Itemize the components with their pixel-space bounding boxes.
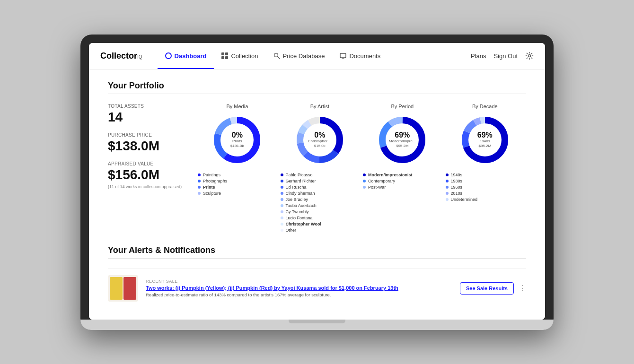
- more-options-icon[interactable]: ⋮: [519, 285, 526, 292]
- alerts-section: Your Alerts & Notifications Recent sale …: [108, 245, 526, 308]
- legend-dot: [281, 180, 283, 182]
- legend-item: 2010s: [446, 191, 524, 196]
- art-block-yellow: [110, 277, 123, 300]
- legend-dot: [198, 180, 201, 182]
- settings-icon[interactable]: [525, 52, 534, 60]
- legend-dot: [281, 217, 283, 219]
- chart-by-period: By Period 69% Modern/I: [361, 104, 443, 234]
- legend-media: Paintings Photographs Prints: [196, 173, 278, 197]
- legend-item: Cy Twombly: [281, 209, 359, 214]
- legend-item: Lucio Fontana: [281, 216, 359, 220]
- legend-item: Cindy Sherman: [281, 191, 359, 196]
- alert-thumbnail: [108, 275, 138, 302]
- alert-card: Recent sale Two works: (i) Pumpkin (Yell…: [108, 268, 526, 308]
- plans-link[interactable]: Plans: [471, 52, 486, 60]
- nav-price-database-label: Price Database: [283, 52, 325, 60]
- legend-dot: [446, 192, 449, 195]
- legend-dot: [281, 229, 283, 232]
- legend-dot: [363, 180, 366, 182]
- nav-dashboard[interactable]: Dashboard: [158, 43, 214, 69]
- legend-item: Modern/Impressionist: [363, 173, 441, 177]
- svg-rect-2: [340, 53, 346, 58]
- portfolio-divider: [108, 94, 526, 94]
- chart-decade-title: By Decade: [472, 104, 498, 109]
- purchase-price-value: $138.0M: [108, 139, 182, 154]
- legend-item: 1940s: [446, 173, 524, 177]
- alerts-divider: [108, 258, 526, 259]
- portfolio-grid: Total Assets 14 Purchase Price $138.0M A…: [108, 104, 526, 234]
- donut-decade-center: 69% 1940s $95.2M: [477, 131, 493, 148]
- legend-dot: [363, 186, 366, 189]
- legend-dot: [198, 186, 201, 189]
- chart-by-decade: By Decade: [444, 104, 526, 234]
- alert-content: Recent sale Two works: (i) Pumpkin (Yell…: [146, 279, 452, 297]
- legend-decade: 1940s 1980s 1960s: [444, 173, 526, 203]
- donut-period-center: 69% Modern/Impre... $95.2M: [389, 131, 415, 148]
- legend-item: Pablo Picasso: [281, 173, 359, 177]
- logo-text: Collector: [100, 51, 137, 61]
- art-block-red: [123, 277, 136, 300]
- legend-dot: [198, 192, 201, 195]
- monitor-icon: [340, 53, 346, 59]
- total-assets-value: 14: [108, 110, 182, 125]
- alerts-title: Your Alerts & Notifications: [108, 245, 526, 255]
- svg-point-4: [528, 55, 531, 57]
- legend-item: Photographs: [198, 179, 276, 183]
- legend-dot: [281, 186, 283, 189]
- donut-media: 0% Prints $191.0k: [211, 114, 263, 166]
- sign-out-link[interactable]: Sign Out: [493, 52, 518, 60]
- alert-artwork: [108, 275, 138, 302]
- legend-item: Gerhard Richter: [281, 179, 359, 183]
- legend-item: Ed Ruscha: [281, 185, 359, 190]
- legend-dot: [281, 192, 283, 195]
- alert-tag: Recent sale: [146, 279, 452, 284]
- app-logo: CollectorIQ: [100, 51, 142, 61]
- legend-dot: [363, 173, 366, 176]
- portfolio-title: Your Portfolio: [108, 81, 526, 91]
- donut-media-center: 0% Prints $191.0k: [230, 131, 244, 148]
- appraised-value-value: $156.0M: [108, 167, 182, 182]
- chart-media-title: By Media: [226, 104, 248, 109]
- legend-item: 1960s: [446, 185, 524, 190]
- nav-dashboard-label: Dashboard: [175, 52, 207, 60]
- chart-by-artist: By Artist: [279, 104, 361, 234]
- legend-item: 1980s: [446, 179, 524, 183]
- alert-title-link[interactable]: Two works: (i) Pumpkin (Yellow); (ii) Pu…: [146, 285, 452, 291]
- alert-description: Realized price-to-estimate ratio of 143%…: [146, 292, 452, 297]
- legend-dot: [446, 198, 449, 201]
- logo-super: IQ: [137, 54, 142, 60]
- laptop-base: [80, 320, 554, 330]
- donut-decade: 69% 1940s $95.2M: [459, 114, 511, 166]
- nav-price-database[interactable]: Price Database: [266, 43, 333, 69]
- chart-artist-title: By Artist: [310, 104, 329, 109]
- legend-dot: [281, 173, 283, 176]
- portfolio-section: Your Portfolio Total Assets 14 Purchase …: [108, 81, 526, 234]
- chart-period-title: By Period: [391, 104, 414, 109]
- legend-dot: [446, 180, 449, 182]
- legend-dot: [198, 173, 201, 176]
- nav-documents-label: Documents: [349, 52, 380, 60]
- legend-item: Joe Bradley: [281, 197, 359, 202]
- chart-by-media: By Media: [196, 104, 278, 234]
- donut-artist: 0% Christopher ... $15.0k: [294, 114, 346, 166]
- legend-dot: [446, 186, 449, 189]
- nav-collection[interactable]: Collection: [214, 43, 265, 69]
- legend-item: Post-War: [363, 185, 441, 190]
- legend-dot: [281, 204, 283, 207]
- legend-period: Modern/Impressionist Contemporary Post-W…: [361, 173, 443, 191]
- nav-documents[interactable]: Documents: [332, 43, 388, 69]
- see-results-button[interactable]: See Sale Results: [460, 282, 514, 295]
- dashboard-icon: [165, 52, 172, 59]
- appraised-value-label: Appraised Value: [108, 161, 182, 166]
- laptop-frame: CollectorIQ Dashboard Collection: [80, 35, 554, 330]
- portfolio-stats: Total Assets 14 Purchase Price $138.0M A…: [108, 104, 196, 197]
- donut-artist-center: 0% Christopher ... $15.0k: [308, 131, 332, 148]
- legend-dot: [281, 223, 283, 225]
- legend-item: Sculpture: [198, 191, 276, 196]
- svg-line-1: [277, 57, 280, 59]
- navigation: CollectorIQ Dashboard Collection: [89, 43, 545, 69]
- appraised-note: (11 of 14 works in collection appraised): [108, 184, 182, 189]
- legend-dot: [281, 210, 283, 213]
- legend-item: Undetermined: [446, 197, 524, 202]
- nav-links: Dashboard Collection P: [158, 43, 471, 69]
